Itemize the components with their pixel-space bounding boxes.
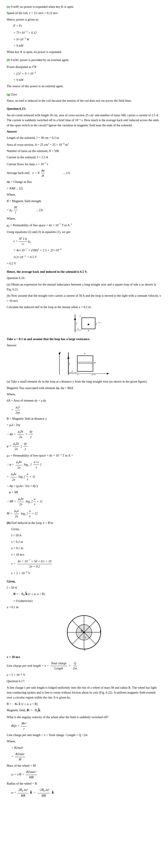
section-g-explanation: Since, no emf is induced in the coil bec… (7, 98, 161, 103)
q617-omega-result-block: ω = 2B0 λa² MR k̂ → −2B0 λa² MR k̂ (11, 787, 161, 798)
q617-mag-field: Magnetic field, B⃗ = −B0k̂ (7, 708, 161, 713)
svg-text:k: k (60, 351, 61, 354)
q617-question: a = 0.1 m (7, 605, 161, 610)
pf-line1: P = Fv (13, 24, 161, 28)
q615-dphi: dφ = Change in flux (7, 180, 161, 184)
svg-text:a: a (84, 648, 85, 651)
q616-B-dist-formula-row: = μ0I 2πy (7, 405, 161, 415)
q617-mass: A line charge λ per unit length is lodge… (7, 685, 161, 700)
svg-text:a: a (88, 329, 89, 332)
section-g: (g) Zero Since, no emf is induced in the… (7, 92, 161, 103)
power-dissipated-text: Power dissipated as I2R (7, 64, 161, 69)
q616-a-text: Question 6.16: (7, 276, 161, 281)
q616-header: Hence, the average back emf induced in t… (7, 270, 161, 274)
q615-where: Where, (7, 192, 161, 197)
q616-where3: Magnetic flux associated with element dφ… (7, 386, 161, 391)
avg-emf-formula: e = N dφ dt (32, 168, 45, 179)
svg-rect-18 (77, 362, 93, 364)
q616-y-range: μ₀ = Permeability of free space = 4π × 1… (7, 453, 161, 458)
q616-B-dist: dA = Area of element dy = a dy (7, 398, 161, 403)
q617-text: I = 50 A (7, 585, 161, 590)
q616-answer-label: Take a = 0.1 m and assume that the loop … (7, 337, 161, 342)
q616-v-val: v = 10 m/s (11, 552, 161, 557)
eq1-label: ... (1) (63, 170, 70, 176)
q617-v-formula-block: = B2πaλr = B2πaλr M (11, 745, 161, 762)
q616-phi-int: φ = μ0Ia 2π ∫ dy y (7, 441, 161, 452)
q616-MI-block: ∴ MI = μ0Ia 2π loge [ a x + 1] M = μ0a 2… (7, 496, 161, 519)
q615-calc-block: e = N2 I A l t μ0 = 4π×10−7 × (500)2 × 2… (13, 236, 161, 260)
svg-text:v→: v→ (99, 321, 102, 324)
label-g: (g) (7, 93, 10, 96)
section-f: (f) 9 mW; power is provided by an extern… (7, 58, 161, 89)
main-page: (e) 9 mW; no power is expended when key … (0, 0, 168, 806)
q617-radius: B = − B₀ k̂ (r ≤ a; a < R) (7, 702, 161, 707)
q616-b-text: (a) Obtain an expression for the mutual … (7, 282, 161, 292)
q616-svg: I x a a x v→ (62, 312, 106, 335)
pf-line2: = 75×10−3 × 0.12 (13, 30, 161, 35)
q617-for-r-a: Radius of the wheel = R (7, 781, 161, 786)
q617-force-balance: What is the angular velocity of the whee… (7, 715, 161, 720)
svg-marker-1 (74, 318, 76, 320)
svg-text:I: I (69, 362, 70, 365)
svg-marker-15 (67, 356, 69, 359)
key-k-open: When key K is open, no power is expended… (7, 50, 161, 55)
svg-marker-26 (107, 373, 109, 374)
q616-e-calc-line: e = 4π × 10−7 × 50 × 0.1 × 10 2π × 0.2 (11, 559, 161, 569)
q617-v-line1: = B2πaλr (11, 745, 161, 750)
q615-where2: Where, (7, 216, 161, 221)
q615-conclusion: = 6.5 V (7, 261, 161, 266)
q615-time: Current flows for time, t = 10−3 s (7, 161, 161, 167)
q615-text: An air-cored solenoid with length 30 cm,… (7, 113, 161, 128)
svg-text:x: x (77, 327, 79, 330)
q617-v-linear: Where, (7, 739, 161, 744)
q616-flux-assoc: (a) Take a small element dy in the loop … (7, 379, 161, 384)
svg-text:a: a (96, 322, 97, 325)
pd-line1: = (1)2 × 9 × 10−3 (13, 71, 161, 76)
power-formula: P = Fv = 75×10−3 × 0.12 = 9×10−3 W = 9 m… (13, 24, 161, 48)
label-e: (e) (7, 5, 10, 8)
svg-marker-3 (87, 323, 90, 325)
q617-header: Given, (7, 579, 161, 584)
q617-v-line2: = B2πaλr M (11, 752, 161, 762)
q615-B-eq: = μ0 NI l (7, 205, 18, 215)
q615-calc-row2: = 4π×10−7 × (500)2 × 2.5 × 25×10−4 (13, 248, 161, 253)
svg-text:dy: dy (94, 361, 96, 364)
svg-text:I: I (76, 322, 77, 325)
q617-wheel-diagram: B a R a (7, 612, 161, 652)
q615-header: Question 6.15: (7, 106, 161, 111)
q616-I-val: I = 50 A (11, 533, 161, 538)
q617-omega-block: ω = v/R = B2πaλr² MR (11, 770, 161, 780)
avg-emf-label: Average back emf, (7, 170, 30, 176)
q615-using: Using equations (2) and (3) in equation … (7, 229, 161, 235)
svg-text:y: y (71, 369, 73, 372)
q616-dA: Where, (7, 392, 161, 397)
q616-dphi-eq: ∴ dφ = μ0Ia 2π × dy y (7, 429, 161, 440)
q616-phi-computed: ∴ φ = μ0Ia 2π loge [ a+x x ] = μ0Ia (7, 460, 161, 482)
label-f: (f) (7, 58, 10, 62)
q616-a-answer: Answer (7, 343, 161, 348)
hence-power-text: Hence, power is given as: (7, 17, 161, 22)
q617-line-charge-formula: Line charge per unit length = λ = Total … (7, 661, 161, 671)
q616-diagram2: k I dy y a x a+x (7, 350, 161, 377)
svg-text:x: x (77, 373, 78, 376)
q615-length: Length of the solenoid, l = 30 cm = 0.3 … (7, 135, 161, 141)
q615-equals-6-5: = 6.5 V (27, 255, 37, 259)
q616-x-val: x = 0.2 m (11, 539, 161, 545)
q617-where4: e = 5 × 10⁻⁶ V (7, 673, 161, 678)
section-g-text: Zero (11, 93, 17, 96)
q617-BQv-eq: BQv = Mv² r (11, 721, 161, 732)
avg-emf-row: Average back emf, e = N dφ dt ... (1) (7, 168, 161, 179)
eq3-label: ... (3) (36, 208, 43, 213)
q616-dphi-block: ∴ dφ = μ0Ia 2π × dy y φ = μ0Ia 2π ∫ (7, 429, 161, 452)
pf-line3: = 9×10−3 W (13, 37, 161, 42)
q616-emf-calc: e = 4π × 10−7 × 50 × 0.1 × 10 2π × 0.2 e… (11, 559, 161, 576)
q615-area: Area of cross-section, A = 25 cm2 = 25 ×… (7, 142, 161, 147)
q616-e-result: e = 5 × 10−6 V (11, 570, 161, 576)
q616-B-eq2: = μ0I 2πy (11, 405, 21, 415)
q615-mu: μ0 = Permeability of free space = 4π × 1… (7, 222, 161, 228)
q616-b3-text: Calculate the induced emf in the loop at… (7, 305, 161, 310)
q616-phi-step2: = μ0Ia 2π loge [ a x + 1] (7, 471, 161, 482)
q615-calc-row1: e = N2 I A l t μ0 (13, 236, 161, 247)
section-e-text: 9 mW; no power is expended when key K is… (11, 5, 74, 8)
q616-b-bold: (b) (7, 521, 10, 525)
